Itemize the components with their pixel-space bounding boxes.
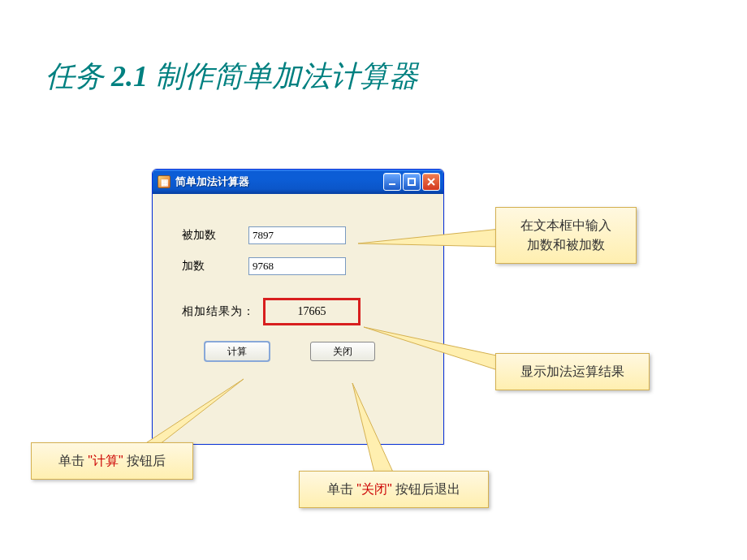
callout4-post: 按钮后退出 — [395, 482, 460, 496]
callout2-pointer — [364, 322, 502, 373]
callout-calc: 单击 "计算" 按钮后 — [31, 442, 193, 480]
callout3-pointer — [140, 379, 245, 452]
result-value: 17665 — [263, 298, 361, 325]
window-title: 简单加法计算器 — [175, 174, 378, 189]
callout3-post: 按钮后 — [127, 454, 166, 467]
slide-title: 任务 2.1 制作简单加法计算器 — [45, 57, 418, 97]
app-icon: ▦ — [158, 175, 171, 188]
addend-input[interactable] — [248, 257, 346, 275]
callout4-pre: 单击 — [327, 482, 353, 496]
callout3-pre: 单击 — [58, 454, 84, 467]
callout-input: 在文本框中输入 加数和被加数 — [495, 207, 637, 264]
titlebar[interactable]: ▦ 简单加法计算器 — [153, 170, 443, 194]
result-row: 相加结果为： 17665 — [177, 298, 419, 325]
maximize-button[interactable] — [403, 173, 421, 191]
title-prefix: 任务 — [45, 60, 111, 93]
callout4-pointer — [346, 383, 411, 480]
title-suffix: 制作简单加法计算器 — [148, 60, 418, 93]
callout3-quote: "计算" — [88, 454, 123, 467]
addend-label: 加数 — [177, 259, 248, 274]
callout-result: 显示加法运算结果 — [495, 353, 650, 390]
minimize-button[interactable] — [383, 173, 401, 191]
callout1-text: 在文本框中输入 加数和被加数 — [520, 218, 611, 252]
callout1-pointer — [358, 229, 504, 261]
augend-input[interactable] — [248, 226, 346, 244]
callout-close: 单击 "关闭" 按钮后退出 — [299, 471, 489, 508]
close-window-button[interactable] — [422, 173, 440, 191]
title-number: 2.1 — [111, 60, 148, 93]
result-label: 相加结果为： — [177, 304, 263, 319]
calc-button[interactable]: 计算 — [205, 342, 270, 361]
augend-label: 被加数 — [177, 228, 248, 243]
callout4-quote: "关闭" — [356, 482, 391, 496]
svg-rect-0 — [408, 179, 415, 185]
window-controls — [383, 173, 440, 191]
callout2-text: 显示加法运算结果 — [520, 364, 624, 378]
